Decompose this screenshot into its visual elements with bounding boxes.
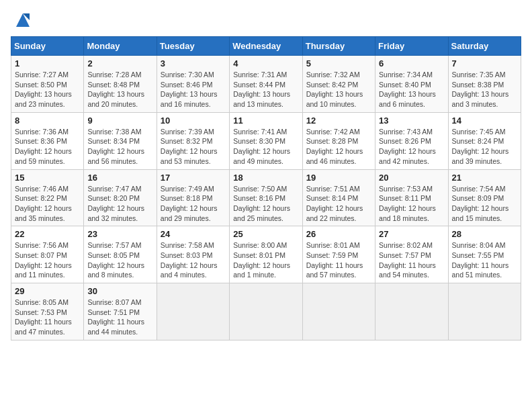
day-info: Sunrise: 7:36 AM Sunset: 8:36 PM Dayligh…	[15, 127, 80, 167]
day-info: Sunrise: 7:42 AM Sunset: 8:28 PM Dayligh…	[306, 127, 371, 167]
day-number: 11	[233, 116, 298, 126]
calendar-day-cell: 29Sunrise: 8:05 AM Sunset: 7:53 PM Dayli…	[11, 283, 84, 340]
calendar-day-cell: 27Sunrise: 8:02 AM Sunset: 7:57 PM Dayli…	[375, 226, 448, 283]
page-header	[11, 11, 521, 30]
calendar-day-cell: 16Sunrise: 7:47 AM Sunset: 8:20 PM Dayli…	[84, 169, 157, 226]
calendar-week-row: 15Sunrise: 7:46 AM Sunset: 8:22 PM Dayli…	[11, 169, 521, 226]
day-of-week-header: Wednesday	[230, 37, 302, 56]
day-number: 14	[452, 116, 517, 126]
day-info: Sunrise: 7:54 AM Sunset: 8:09 PM Dayligh…	[452, 184, 517, 224]
calendar-day-cell: 4Sunrise: 7:31 AM Sunset: 8:44 PM Daylig…	[230, 56, 302, 113]
day-number: 28	[452, 229, 517, 239]
calendar-week-row: 29Sunrise: 8:05 AM Sunset: 7:53 PM Dayli…	[11, 283, 521, 340]
calendar-day-cell: 30Sunrise: 8:07 AM Sunset: 7:51 PM Dayli…	[84, 283, 157, 340]
day-info: Sunrise: 7:34 AM Sunset: 8:40 PM Dayligh…	[379, 70, 444, 109]
day-number: 22	[15, 229, 80, 239]
calendar-day-cell: 10Sunrise: 7:39 AM Sunset: 8:32 PM Dayli…	[157, 112, 229, 169]
empty-day-cell	[230, 283, 302, 340]
day-info: Sunrise: 7:47 AM Sunset: 8:20 PM Dayligh…	[87, 184, 152, 224]
day-number: 23	[87, 229, 152, 239]
calendar-day-cell: 12Sunrise: 7:42 AM Sunset: 8:28 PM Dayli…	[302, 112, 375, 169]
calendar-day-cell: 1Sunrise: 7:27 AM Sunset: 8:50 PM Daylig…	[11, 56, 84, 113]
day-of-week-header: Thursday	[302, 37, 375, 56]
calendar-day-cell: 15Sunrise: 7:46 AM Sunset: 8:22 PM Dayli…	[11, 169, 84, 226]
calendar-day-cell: 13Sunrise: 7:43 AM Sunset: 8:26 PM Dayli…	[375, 112, 448, 169]
day-info: Sunrise: 7:43 AM Sunset: 8:26 PM Dayligh…	[379, 127, 444, 167]
day-number: 29	[15, 286, 80, 296]
calendar-day-cell: 28Sunrise: 8:04 AM Sunset: 7:55 PM Dayli…	[448, 226, 521, 283]
logo	[11, 11, 32, 30]
day-number: 20	[379, 173, 444, 183]
day-info: Sunrise: 7:50 AM Sunset: 8:16 PM Dayligh…	[233, 184, 298, 224]
day-info: Sunrise: 7:58 AM Sunset: 8:03 PM Dayligh…	[161, 240, 226, 280]
day-number: 16	[87, 173, 152, 183]
day-info: Sunrise: 7:57 AM Sunset: 8:05 PM Dayligh…	[87, 240, 152, 280]
calendar-table: SundayMondayTuesdayWednesdayThursdayFrid…	[11, 36, 521, 340]
calendar-day-cell: 5Sunrise: 7:32 AM Sunset: 8:42 PM Daylig…	[302, 56, 375, 113]
day-number: 13	[379, 116, 444, 126]
calendar-week-row: 22Sunrise: 7:56 AM Sunset: 8:07 PM Dayli…	[11, 226, 521, 283]
calendar-day-cell: 7Sunrise: 7:35 AM Sunset: 8:38 PM Daylig…	[448, 56, 521, 113]
day-number: 18	[233, 173, 298, 183]
calendar-day-cell: 19Sunrise: 7:51 AM Sunset: 8:14 PM Dayli…	[302, 169, 375, 226]
day-number: 24	[161, 229, 226, 239]
day-info: Sunrise: 7:39 AM Sunset: 8:32 PM Dayligh…	[161, 127, 226, 167]
calendar-day-cell: 6Sunrise: 7:34 AM Sunset: 8:40 PM Daylig…	[375, 56, 448, 113]
day-info: Sunrise: 7:45 AM Sunset: 8:24 PM Dayligh…	[452, 127, 517, 167]
day-number: 27	[379, 229, 444, 239]
day-number: 10	[161, 116, 226, 126]
day-number: 15	[15, 173, 80, 183]
day-number: 30	[87, 286, 152, 296]
calendar-day-cell: 21Sunrise: 7:54 AM Sunset: 8:09 PM Dayli…	[448, 169, 521, 226]
calendar-day-cell: 14Sunrise: 7:45 AM Sunset: 8:24 PM Dayli…	[448, 112, 521, 169]
calendar-day-cell: 20Sunrise: 7:53 AM Sunset: 8:11 PM Dayli…	[375, 169, 448, 226]
day-info: Sunrise: 7:27 AM Sunset: 8:50 PM Dayligh…	[15, 70, 80, 109]
day-info: Sunrise: 7:38 AM Sunset: 8:34 PM Dayligh…	[87, 127, 152, 167]
calendar-day-cell: 11Sunrise: 7:41 AM Sunset: 8:30 PM Dayli…	[230, 112, 302, 169]
empty-day-cell	[448, 283, 521, 340]
day-info: Sunrise: 7:56 AM Sunset: 8:07 PM Dayligh…	[15, 240, 80, 280]
day-info: Sunrise: 7:28 AM Sunset: 8:48 PM Dayligh…	[87, 70, 152, 109]
day-number: 8	[15, 116, 80, 126]
day-info: Sunrise: 7:35 AM Sunset: 8:38 PM Dayligh…	[452, 70, 517, 109]
day-info: Sunrise: 8:01 AM Sunset: 7:59 PM Dayligh…	[306, 240, 371, 280]
day-number: 4	[233, 58, 298, 68]
calendar-day-cell: 22Sunrise: 7:56 AM Sunset: 8:07 PM Dayli…	[11, 226, 84, 283]
day-of-week-header: Friday	[375, 37, 448, 56]
day-info: Sunrise: 8:02 AM Sunset: 7:57 PM Dayligh…	[379, 240, 444, 280]
day-number: 3	[161, 58, 226, 68]
day-info: Sunrise: 7:31 AM Sunset: 8:44 PM Dayligh…	[233, 70, 298, 109]
day-number: 5	[306, 58, 371, 68]
calendar-week-row: 1Sunrise: 7:27 AM Sunset: 8:50 PM Daylig…	[11, 56, 521, 113]
calendar-day-cell: 8Sunrise: 7:36 AM Sunset: 8:36 PM Daylig…	[11, 112, 84, 169]
calendar-day-cell: 2Sunrise: 7:28 AM Sunset: 8:48 PM Daylig…	[84, 56, 157, 113]
empty-day-cell	[375, 283, 448, 340]
day-of-week-header: Sunday	[11, 37, 84, 56]
day-number: 12	[306, 116, 371, 126]
day-info: Sunrise: 7:51 AM Sunset: 8:14 PM Dayligh…	[306, 184, 371, 224]
day-number: 26	[306, 229, 371, 239]
logo-icon	[13, 11, 32, 30]
day-info: Sunrise: 8:04 AM Sunset: 7:55 PM Dayligh…	[452, 240, 517, 280]
day-info: Sunrise: 7:53 AM Sunset: 8:11 PM Dayligh…	[379, 184, 444, 224]
calendar-day-cell: 25Sunrise: 8:00 AM Sunset: 8:01 PM Dayli…	[230, 226, 302, 283]
day-info: Sunrise: 8:07 AM Sunset: 7:51 PM Dayligh…	[87, 298, 152, 337]
calendar-week-row: 8Sunrise: 7:36 AM Sunset: 8:36 PM Daylig…	[11, 112, 521, 169]
calendar-day-cell: 18Sunrise: 7:50 AM Sunset: 8:16 PM Dayli…	[230, 169, 302, 226]
calendar-day-cell: 26Sunrise: 8:01 AM Sunset: 7:59 PM Dayli…	[302, 226, 375, 283]
day-of-week-header: Saturday	[448, 37, 521, 56]
day-number: 1	[15, 58, 80, 68]
day-info: Sunrise: 8:00 AM Sunset: 8:01 PM Dayligh…	[233, 240, 298, 280]
day-info: Sunrise: 7:49 AM Sunset: 8:18 PM Dayligh…	[161, 184, 226, 224]
day-of-week-header: Tuesday	[157, 37, 229, 56]
day-number: 2	[87, 58, 152, 68]
day-number: 19	[306, 173, 371, 183]
calendar-header-row: SundayMondayTuesdayWednesdayThursdayFrid…	[11, 37, 521, 56]
empty-day-cell	[157, 283, 229, 340]
day-of-week-header: Monday	[84, 37, 157, 56]
day-number: 9	[87, 116, 152, 126]
day-number: 6	[379, 58, 444, 68]
day-info: Sunrise: 7:46 AM Sunset: 8:22 PM Dayligh…	[15, 184, 80, 224]
day-info: Sunrise: 7:41 AM Sunset: 8:30 PM Dayligh…	[233, 127, 298, 167]
day-number: 17	[161, 173, 226, 183]
